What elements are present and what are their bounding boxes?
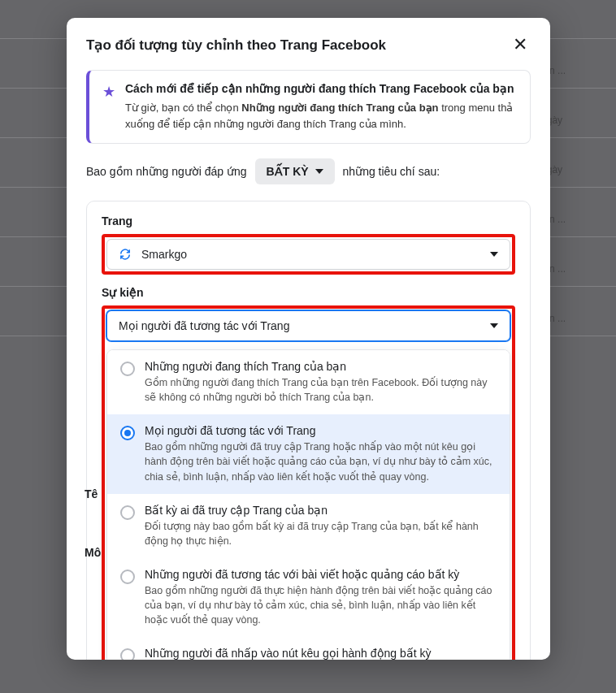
name-field-label-obscured: Tê (85, 487, 98, 500)
create-audience-modal: Tạo đối tượng tùy chỉnh theo Trang Faceb… (67, 18, 550, 660)
match-any-dropdown[interactable]: BẤT KỲ (255, 158, 335, 184)
chevron-down-icon (490, 252, 498, 257)
info-text: Từ giờ, bạn có thể chọn Những người đang… (125, 100, 517, 132)
event-option[interactable]: Những người đã tương tác với bài viết ho… (107, 558, 510, 637)
close-icon: ✕ (513, 34, 527, 54)
info-title: Cách mới để tiếp cận những người đang th… (125, 82, 517, 95)
highlight-box-page: Smarkgo (102, 234, 515, 275)
radio-icon (120, 570, 135, 584)
chevron-down-icon (315, 169, 323, 174)
page-field-label: Trang (102, 214, 515, 227)
radio-icon (120, 505, 135, 520)
criteria-row: Bao gồm những người đáp ứng BẤT KỲ những… (86, 158, 531, 184)
desc-field-label-obscured: Mô (85, 546, 101, 559)
event-value: Mọi người đã tương tác với Trang (119, 319, 289, 332)
event-field-label: Sự kiện (102, 286, 515, 299)
criteria-text-post: những tiêu chí sau: (343, 165, 440, 178)
event-dropdown[interactable]: Những người đang thích Trang của bạn Gồm… (106, 349, 510, 660)
star-icon: ★ (102, 83, 115, 132)
info-banner: ★ Cách mới để tiếp cận những người đang … (86, 70, 531, 144)
close-button[interactable]: ✕ (510, 32, 531, 57)
radio-icon (120, 362, 135, 376)
modal-title: Tạo đối tượng tùy chỉnh theo Trang Faceb… (86, 37, 386, 54)
chevron-down-icon (490, 323, 498, 328)
criteria-card: Trang Smarkgo Sự kiện Mọi người đã tương… (86, 201, 531, 660)
event-option[interactable]: Bất kỳ ai đã truy cập Trang của bạn Đối … (107, 494, 510, 558)
event-option[interactable]: Những người đang thích Trang của bạn Gồm… (107, 350, 510, 414)
radio-icon (120, 426, 135, 440)
highlight-box-event: Mọi người đã tương tác với Trang Những n… (102, 305, 515, 660)
event-select[interactable]: Mọi người đã tương tác với Trang (106, 310, 510, 341)
event-option[interactable]: Những người đã nhấp vào nút kêu gọi hành… (107, 637, 510, 660)
page-name: Smarkgo (141, 248, 480, 261)
page-select[interactable]: Smarkgo (106, 239, 510, 270)
radio-icon (120, 648, 135, 660)
event-option[interactable]: Mọi người đã tương tác với Trang Bao gồm… (107, 414, 510, 493)
criteria-text-pre: Bao gồm những người đáp ứng (86, 165, 247, 178)
refresh-icon (119, 248, 132, 261)
